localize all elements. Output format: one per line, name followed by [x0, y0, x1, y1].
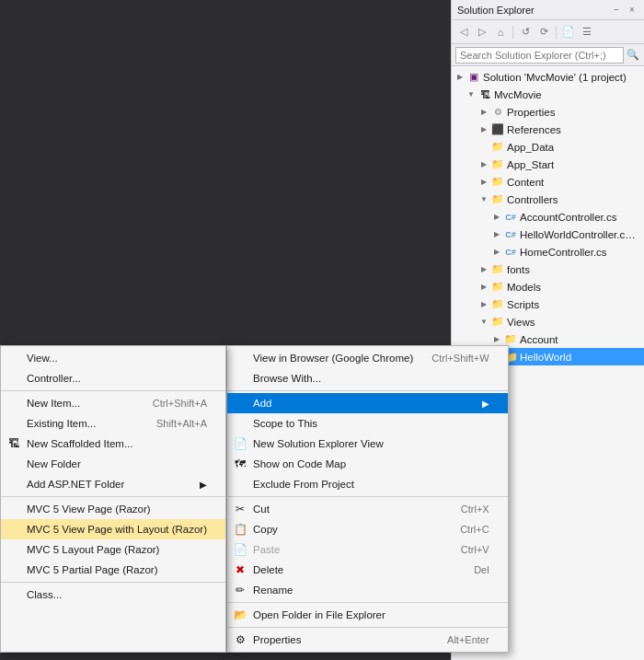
refresh-button[interactable]: ↺	[517, 24, 534, 41]
expand-arrow[interactable]: ▶	[477, 123, 490, 136]
menu-existing-shortcut: Shift+Alt+A	[138, 418, 207, 429]
menu-sep-ctx2	[227, 496, 508, 497]
menu-item-scaffolded[interactable]: 🏗 New Scaffolded Item...	[1, 434, 225, 454]
menu-item-open-folder[interactable]: 📂 Open Folder in File Explorer	[227, 605, 508, 625]
menu-item-copy[interactable]: 📋 Copy Ctrl+C	[227, 519, 508, 539]
menu-item-properties[interactable]: ⚙ Properties Alt+Enter	[227, 630, 508, 650]
paste-shortcut: Ctrl+V	[443, 544, 489, 555]
menu-sep-ctx3	[227, 602, 508, 603]
expand-arrow[interactable]: ▼	[465, 88, 477, 101]
tree-item-accountcontroller[interactable]: ▶ C# AccountController.cs	[452, 208, 644, 226]
context-menu: View in Browser (Google Chrome) Ctrl+Shi…	[226, 345, 509, 653]
tree-item-references[interactable]: ▶ ⬛ References	[452, 121, 644, 138]
home-button[interactable]: ⌂	[492, 24, 509, 41]
menu-existing-label: Existing Item...	[27, 418, 96, 429]
folder-icon: 📁	[490, 262, 505, 277]
context-menu-wrapper: View... Controller... New Item... Ctrl+S…	[0, 345, 509, 653]
menu-item-mvc5-view-layout[interactable]: MVC 5 View Page with Layout (Razor)	[1, 519, 225, 539]
menu-item-new-folder[interactable]: New Folder	[1, 454, 225, 474]
tree-item-models[interactable]: ▶ 📁 Models	[452, 278, 644, 295]
menu-mvc5-partial-label: MVC 5 Partial Page (Razor)	[27, 564, 158, 575]
tree-item-helloworldcontroller[interactable]: ▶ C# HelloWorldController.c…	[452, 226, 644, 243]
add-label: Add	[253, 398, 271, 409]
tree-item-fonts[interactable]: ▶ 📁 fonts	[452, 261, 644, 278]
close-button[interactable]: ×	[626, 4, 638, 17]
expand-arrow[interactable]: ▶	[477, 106, 490, 119]
exclude-label: Exclude From Project	[253, 479, 354, 490]
tree-item-appstart[interactable]: ▶ 📁 App_Start	[452, 156, 644, 173]
properties-button[interactable]: ☰	[579, 24, 595, 41]
rename-icon: ✏	[233, 583, 247, 597]
menu-item-browse-with[interactable]: Browse With...	[227, 368, 508, 388]
menu-item-view[interactable]: View...	[1, 348, 225, 368]
forward-button[interactable]: ▷	[474, 24, 490, 41]
expand-arrow[interactable]: ▶	[477, 263, 490, 276]
tree-item-content[interactable]: ▶ 📁 Content	[452, 173, 644, 191]
menu-item-code-map[interactable]: 🗺 Show on Code Map	[227, 454, 508, 474]
expand-arrow[interactable]: ▼	[477, 193, 490, 206]
show-files-button[interactable]: 📄	[560, 24, 577, 41]
tree-item-properties[interactable]: ▶ ⚙ Properties	[452, 103, 644, 121]
menu-item-new-se-view[interactable]: 📄 New Solution Explorer View	[227, 434, 508, 454]
content-label: Content	[507, 177, 544, 188]
helloworldcontroller-label: HelloWorldController.c…	[520, 229, 636, 240]
expand-arrow[interactable]: ▶	[454, 71, 466, 84]
code-map-label: Show on Code Map	[253, 458, 346, 469]
view-browser-shortcut: Ctrl+Shift+W	[413, 353, 489, 364]
search-input[interactable]	[455, 47, 624, 64]
delete-shortcut: Del	[455, 564, 489, 575]
tree-item-views[interactable]: ▼ 📁 Views	[452, 313, 644, 330]
menu-item-delete[interactable]: ✖ Delete Del	[227, 560, 508, 580]
toolbar-separator-2	[556, 26, 557, 39]
menu-item-controller[interactable]: Controller...	[1, 368, 225, 388]
expand-arrow[interactable]: ▶	[490, 246, 503, 259]
menu-item-mvc5-view[interactable]: MVC 5 View Page (Razor)	[1, 499, 225, 519]
tree-item-scripts[interactable]: ▶ 📁 Scripts	[452, 295, 644, 313]
menu-sep-3	[1, 582, 225, 583]
expand-arrow[interactable]: ▶	[490, 211, 503, 224]
menu-item-aspnet-folder[interactable]: Add ASP.NET Folder ▶	[1, 474, 225, 494]
menu-item-mvc5-layout[interactable]: MVC 5 Layout Page (Razor)	[1, 539, 225, 560]
menu-item-existing[interactable]: Existing Item... Shift+Alt+A	[1, 413, 225, 434]
pin-button[interactable]: −	[610, 4, 623, 17]
menu-item-cut[interactable]: ✂ Cut Ctrl+X	[227, 499, 508, 519]
expand-arrow[interactable]: ▶	[477, 298, 490, 311]
accountcontroller-label: AccountController.cs	[520, 212, 616, 223]
menu-item-view-browser[interactable]: View in Browser (Google Chrome) Ctrl+Shi…	[227, 348, 508, 368]
solution-label: Solution 'MvcMovie' (1 project)	[483, 72, 627, 83]
copy-icon: 📋	[233, 522, 247, 537]
expand-arrow[interactable]: ▶	[490, 228, 503, 241]
menu-item-paste[interactable]: 📄 Paste Ctrl+V	[227, 539, 508, 560]
sync-button[interactable]: ⟳	[535, 24, 552, 41]
tree-item-homecontroller[interactable]: ▶ C# HomeController.cs	[452, 243, 644, 261]
menu-scaffolded-label: New Scaffolded Item...	[27, 438, 132, 449]
menu-item-new-item[interactable]: New Item... Ctrl+Shift+A	[1, 393, 225, 413]
menu-item-scope[interactable]: Scope to This	[227, 413, 508, 434]
folder-icon: 📁	[490, 192, 505, 207]
models-label: Models	[507, 282, 541, 293]
helloworld-label: HelloWorld	[520, 352, 571, 363]
expand-arrow[interactable]: ▶	[490, 333, 503, 346]
menu-item-rename[interactable]: ✏ Rename	[227, 580, 508, 600]
properties-icon: ⚙	[233, 632, 247, 647]
tree-item-mvcmovie[interactable]: ▼ 🏗 MvcMovie	[452, 86, 644, 103]
properties-shortcut: Alt+Enter	[429, 634, 489, 645]
menu-item-add[interactable]: Add ▶	[227, 393, 508, 413]
tree-item-appdata[interactable]: 📁 App_Data	[452, 138, 644, 156]
expand-arrow[interactable]: ▶	[477, 158, 490, 171]
open-folder-label: Open Folder in File Explorer	[253, 609, 385, 620]
back-button[interactable]: ◁	[455, 24, 472, 41]
expand-arrow[interactable]: ▶	[477, 176, 490, 189]
folder-icon: 📁	[490, 157, 505, 172]
menu-aspnet-folder-label: Add ASP.NET Folder	[27, 479, 124, 490]
menu-view-label: View...	[27, 353, 58, 364]
expand-arrow[interactable]: ▶	[477, 281, 490, 294]
tree-item-solution[interactable]: ▶ ▣ Solution 'MvcMovie' (1 project)	[452, 68, 644, 86]
menu-item-class[interactable]: Class...	[1, 585, 225, 605]
menu-item-exclude[interactable]: Exclude From Project	[227, 474, 508, 494]
properties-label: Properties	[253, 634, 301, 645]
tree-item-controllers[interactable]: ▼ 📁 Controllers	[452, 191, 644, 208]
menu-item-mvc5-partial[interactable]: MVC 5 Partial Page (Razor)	[1, 560, 225, 580]
expand-arrow[interactable]: ▼	[477, 316, 490, 329]
se-search-bar: 🔍	[452, 44, 644, 66]
